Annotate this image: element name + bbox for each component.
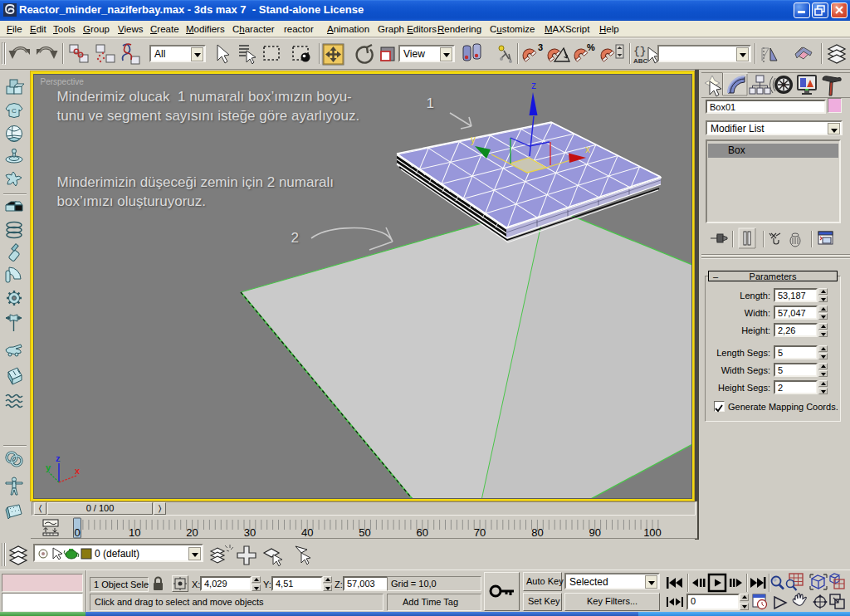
- svg-text:ABC: ABC: [633, 57, 648, 65]
- svg-text:x: x: [75, 466, 81, 476]
- svg-text:x: x: [585, 144, 590, 155]
- svg-text:C: C: [12, 107, 17, 115]
- svg-text:z: z: [531, 80, 536, 91]
- svg-text:z: z: [56, 453, 61, 463]
- svg-text:%: %: [587, 42, 595, 52]
- svg-text:y: y: [46, 462, 51, 472]
- svg-text:y: y: [471, 134, 476, 145]
- svg-text:{}: {}: [633, 45, 647, 57]
- svg-text:3: 3: [538, 42, 543, 52]
